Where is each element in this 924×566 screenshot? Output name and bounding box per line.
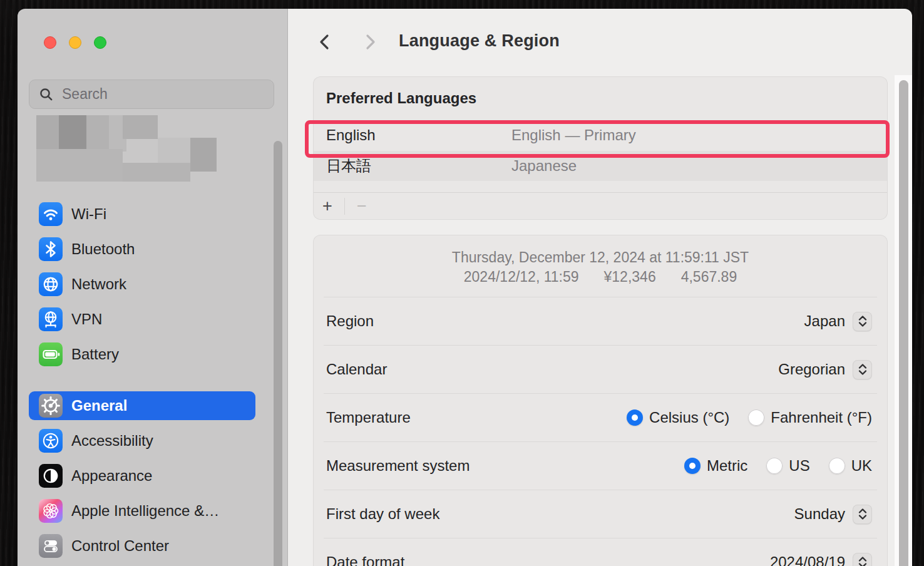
accessibility-icon [39,429,63,453]
sidebar-item-wifi[interactable]: Wi-Fi [29,200,255,229]
sidebar-item-bluetooth[interactable]: Bluetooth [29,235,255,264]
apple-intelligence-icon [39,499,63,523]
temperature-radio-group: Celsius (°C) Fahrenheit (°F) [627,409,872,426]
search-input[interactable]: Search [29,80,274,109]
radio-unselected-icon [766,458,783,474]
up-down-chevrons-icon [858,363,868,376]
sidebar-scrollbar[interactable] [274,141,282,566]
up-down-chevrons-icon [858,314,868,328]
radio-option-fahrenheit[interactable]: Fahrenheit (°F) [748,409,872,426]
radio-selected-icon [684,458,701,474]
calendar-row: Calendar Gregorian [314,346,887,393]
sidebar-item-vpn[interactable]: VPN [29,305,255,334]
zoom-button[interactable] [94,36,106,49]
radio-option-metric[interactable]: Metric [684,457,747,475]
desktop-background: Search [0,0,924,566]
gear-icon [39,394,63,418]
add-language-button[interactable]: + [314,193,341,220]
radio-label: Celsius (°C) [649,409,729,426]
content-scrollbar-track [895,75,912,566]
sidebar-item-appearance[interactable]: Appearance [29,461,255,490]
calendar-value: Gregorian [778,361,845,378]
bluetooth-icon [39,237,63,261]
row-label: Date format [326,553,770,566]
date-format-row: Date format 2024/08/19 [314,538,887,566]
network-globe-icon [39,272,63,296]
remove-language-button[interactable]: − [348,193,376,220]
sidebar-item-label: General [71,397,127,414]
toolbar-divider [344,198,345,215]
preview-short-date: 2024/12/12, 11:59 [464,267,579,287]
sidebar-item-label: Wi-Fi [71,205,106,223]
preview-formats-line: 2024/12/12, 11:59 ¥12,346 4,567.89 [314,267,887,287]
first-day-stepper[interactable] [853,505,872,524]
language-row-english[interactable]: English English — Primary [314,120,887,151]
preview-date-line: Thursday, December 12, 2024 at 11:59:11 … [314,248,887,267]
temperature-row: Temperature Celsius (°C) Fahrenheit (°F) [314,394,887,441]
chevron-left-icon [316,33,334,51]
radio-option-uk[interactable]: UK [829,457,872,475]
radio-label: Metric [707,457,747,475]
sidebar-item-label: Control Center [71,537,169,555]
sidebar-item-network[interactable]: Network [29,270,255,299]
region-settings-card: Thursday, December 12, 2024 at 11:59:11 … [313,235,888,566]
add-remove-toolbar: + − [314,192,887,219]
language-row-japanese[interactable]: 日本語 Japanese [314,151,887,181]
language-detail: Japanese [511,157,577,175]
sidebar-item-label: Bluetooth [71,240,135,258]
region-value: Japan [804,312,845,330]
language-name: English [314,126,511,144]
wifi-icon [39,202,63,226]
close-button[interactable] [44,36,56,49]
sidebar-item-apple-intelligence[interactable]: Apple Intelligence &… [29,497,255,525]
preview-currency: ¥12,346 [604,267,656,287]
sidebar-item-battery[interactable]: Battery [29,340,255,369]
preferred-languages-card: Preferred Languages English English — Pr… [313,76,888,220]
content-scrollbar[interactable] [899,80,908,566]
first-day-of-week-row: First day of week Sunday [314,490,887,538]
sidebar-item-accessibility[interactable]: Accessibility [29,426,255,455]
page-title: Language & Region [399,31,560,51]
date-format-value: 2024/08/19 [770,553,845,566]
back-button[interactable] [316,33,334,51]
row-label: Region [326,312,804,330]
forward-button[interactable] [361,33,379,51]
sidebar-item-label: Accessibility [71,432,153,450]
sidebar-item-label: VPN [71,311,102,328]
preview-number: 4,567.89 [681,267,737,287]
sidebar-item-label: Appearance [71,467,152,485]
search-icon [38,86,54,103]
row-label: First day of week [326,505,794,523]
radio-unselected-icon [748,409,764,426]
sidebar-item-control-center[interactable]: Control Center [29,532,255,560]
system-settings-window: Search [18,9,912,566]
radio-label: Fahrenheit (°F) [771,409,872,426]
list-padding [314,181,887,192]
row-label: Measurement system [326,457,684,475]
up-down-chevrons-icon [858,555,868,566]
radio-option-us[interactable]: US [766,457,809,475]
radio-label: US [789,457,809,475]
sidebar: Search [18,9,288,566]
measurement-system-row: Measurement system Metric US UK [314,442,887,490]
calendar-stepper[interactable] [853,360,872,379]
battery-icon [39,342,63,366]
search-placeholder: Search [62,86,108,103]
radio-unselected-icon [829,458,845,474]
sidebar-item-general[interactable]: General [29,391,255,420]
chevron-right-icon [361,33,379,51]
sidebar-item-label: Battery [71,346,119,363]
vpn-globe-icon [39,307,63,331]
minimize-button[interactable] [69,36,81,49]
radio-option-celsius[interactable]: Celsius (°C) [627,409,729,426]
row-label: Calendar [326,361,778,378]
control-center-icon [39,534,63,558]
sidebar-item-label: Apple Intelligence &… [71,502,219,520]
radio-selected-icon [627,409,643,426]
region-stepper[interactable] [853,312,872,331]
row-label: Temperature [326,409,627,426]
date-format-stepper[interactable] [853,553,872,566]
content-pane: Language & Region Preferred Languages En… [288,9,912,566]
preferred-languages-header: Preferred Languages [314,77,887,120]
language-name: 日本語 [314,156,511,176]
